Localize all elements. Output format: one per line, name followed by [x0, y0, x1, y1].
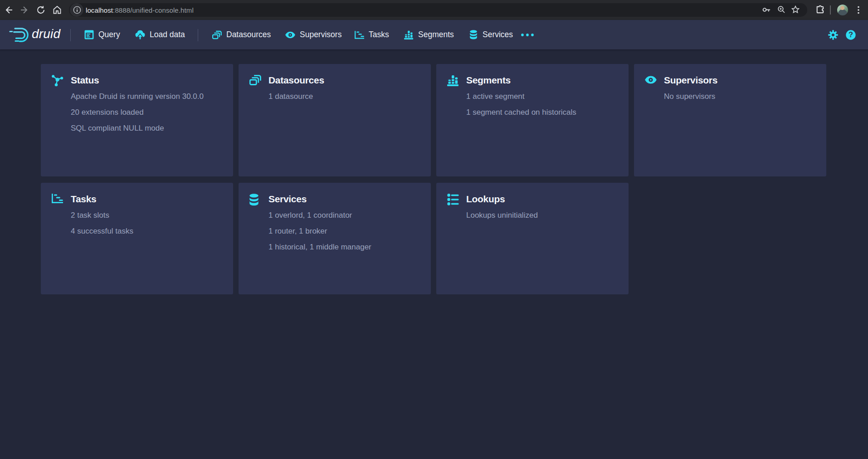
svg-text:?: ? — [848, 30, 853, 39]
